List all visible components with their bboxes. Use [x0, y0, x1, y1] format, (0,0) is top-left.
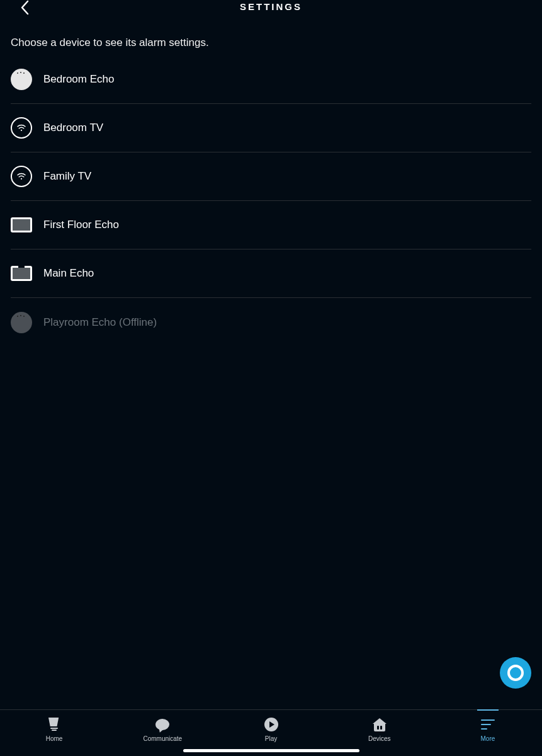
page-subtitle: Choose a device to see its alarm setting…	[0, 19, 542, 55]
tab-label: Home	[46, 735, 63, 742]
device-row-3[interactable]: First Floor Echo	[11, 201, 531, 249]
device-row-2[interactable]: Family TV	[11, 152, 531, 201]
tab-label: Play	[265, 735, 277, 742]
alexa-icon	[507, 665, 524, 681]
alexa-voice-button[interactable]	[500, 657, 531, 689]
screen-notch-icon	[11, 263, 32, 284]
device-label: Bedroom Echo	[43, 73, 114, 86]
communicate-icon	[154, 716, 171, 733]
device-row-0[interactable]: Bedroom Echo	[11, 55, 531, 104]
dot-icon	[11, 69, 32, 90]
device-label: Playroom Echo (Offline)	[43, 316, 157, 329]
ring-icon	[11, 166, 32, 187]
page-title: SETTINGS	[0, 1, 542, 12]
device-row-5[interactable]: Playroom Echo (Offline)	[11, 298, 531, 346]
devices-icon	[371, 716, 388, 733]
device-label: First Floor Echo	[43, 219, 119, 231]
device-label: Family TV	[43, 170, 91, 183]
device-row-4[interactable]: Main Echo	[11, 249, 531, 298]
device-label: Main Echo	[43, 267, 94, 280]
tab-label: More	[481, 735, 495, 742]
tab-home[interactable]: Home	[0, 710, 108, 756]
tab-label: Devices	[368, 735, 391, 742]
dot-icon	[11, 312, 32, 333]
tab-label: Communicate	[143, 735, 182, 742]
svg-point-0	[21, 130, 22, 131]
more-icon	[480, 716, 496, 733]
device-row-1[interactable]: Bedroom TV	[11, 104, 531, 152]
svg-point-1	[21, 178, 22, 180]
ring-icon	[11, 117, 32, 139]
screen-icon	[11, 214, 32, 236]
tab-more[interactable]: More	[434, 710, 542, 756]
play-icon	[263, 716, 279, 733]
home-indicator	[183, 749, 359, 752]
device-label: Bedroom TV	[43, 122, 103, 134]
home-icon	[46, 716, 62, 733]
device-list: Bedroom EchoBedroom TVFamily TVFirst Flo…	[0, 55, 542, 346]
